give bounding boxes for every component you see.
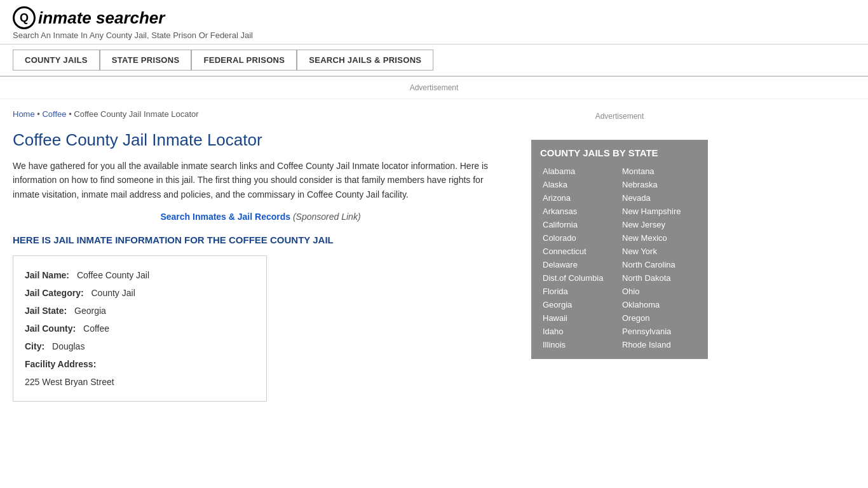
state-ohio[interactable]: Ohio: [620, 285, 699, 298]
breadcrumb-county[interactable]: Coffee: [42, 109, 66, 119]
info-value-state: Georgia: [74, 302, 106, 320]
state-new-jersey[interactable]: New Jersey: [620, 218, 699, 231]
info-box: Jail Name: Coffee County Jail Jail Categ…: [13, 255, 267, 402]
logo-icon: Q: [13, 6, 36, 29]
sidebar-ad: Advertisement: [531, 105, 708, 127]
state-colorado[interactable]: Colorado: [540, 231, 620, 245]
nav-bar: COUNTY JAILS STATE PRISONS FEDERAL PRISO…: [0, 44, 868, 77]
state-idaho[interactable]: Idaho: [540, 325, 620, 338]
state-new-york[interactable]: New York: [620, 245, 699, 258]
state-col1: Alabama Alaska Arizona Arkansas Californ…: [540, 165, 620, 351]
nav-state-prisons[interactable]: STATE PRISONS: [100, 50, 192, 71]
info-label-state: Jail State:: [25, 302, 67, 320]
info-row-county: Jail County: Coffee: [25, 320, 255, 337]
info-value-county: Coffee: [83, 320, 109, 337]
state-illinois[interactable]: Illinois: [540, 338, 620, 351]
breadcrumb-current: Coffee County Jail Inmate Locator: [74, 109, 198, 119]
description: We have gathered for you all the availab…: [13, 159, 508, 201]
state-florida[interactable]: Florida: [540, 285, 620, 298]
nav-search-jails[interactable]: SEARCH JAILS & PRISONS: [297, 50, 433, 71]
state-montana[interactable]: Montana: [620, 165, 699, 178]
state-delaware[interactable]: Delaware: [540, 258, 620, 271]
search-inmates-link[interactable]: Search Inmates & Jail Records: [160, 212, 290, 222]
state-new-mexico[interactable]: New Mexico: [620, 231, 699, 245]
content-area: Home • Coffee • Coffee County Jail Inmat…: [0, 99, 521, 414]
info-row-category: Jail Category: County Jail: [25, 284, 255, 302]
state-alaska[interactable]: Alaska: [540, 178, 620, 191]
search-link-area: Search Inmates & Jail Records (Sponsored…: [13, 212, 508, 222]
sponsored-label: (Sponsored Link): [293, 212, 361, 222]
info-value-name: Coffee County Jail: [77, 266, 149, 284]
state-alabama[interactable]: Alabama: [540, 165, 620, 178]
state-georgia[interactable]: Georgia: [540, 298, 620, 311]
state-grid: Alabama Alaska Arizona Arkansas Californ…: [540, 165, 699, 351]
state-new-hampshire[interactable]: New Hampshire: [620, 205, 699, 218]
state-col2: Montana Nebraska Nevada New Hampshire Ne…: [620, 165, 699, 351]
state-oregon[interactable]: Oregon: [620, 311, 699, 325]
logo-text-content: inmate searcher: [38, 8, 165, 27]
state-arizona[interactable]: Arizona: [540, 191, 620, 205]
logo-area: Q inmate searcher: [13, 6, 855, 29]
state-arkansas[interactable]: Arkansas: [540, 205, 620, 218]
info-value-address: 225 West Bryan Street: [25, 373, 114, 391]
state-nebraska[interactable]: Nebraska: [620, 178, 699, 191]
state-north-dakota[interactable]: North Dakota: [620, 271, 699, 285]
state-connecticut[interactable]: Connecticut: [540, 245, 620, 258]
info-label-address: Facility Address:: [25, 355, 96, 373]
state-oklahoma[interactable]: Oklahoma: [620, 298, 699, 311]
breadcrumb: Home • Coffee • Coffee County Jail Inmat…: [13, 109, 508, 119]
page-title: Coffee County Jail Inmate Locator: [13, 130, 508, 150]
main-layout: Home • Coffee • Coffee County Jail Inmat…: [0, 99, 868, 414]
state-north-carolina[interactable]: North Carolina: [620, 258, 699, 271]
info-value-city: Douglas: [52, 337, 85, 355]
info-label-category: Jail Category:: [25, 284, 84, 302]
info-value-category: County Jail: [91, 284, 135, 302]
state-dc[interactable]: Dist.of Columbia: [540, 271, 620, 285]
state-box: COUNTY JAILS BY STATE Alabama Alaska Ari…: [531, 140, 708, 359]
ad-bar: Advertisement: [0, 77, 868, 99]
info-label-city: City:: [25, 337, 44, 355]
info-label-county: Jail County:: [25, 320, 76, 337]
state-hawaii[interactable]: Hawaii: [540, 311, 620, 325]
info-label-name: Jail Name:: [25, 266, 69, 284]
tagline: Search An Inmate In Any County Jail, Sta…: [13, 30, 855, 40]
state-california[interactable]: California: [540, 218, 620, 231]
header: Q inmate searcher Search An Inmate In An…: [0, 0, 868, 44]
info-row-address-label: Facility Address:: [25, 355, 255, 373]
section-heading: HERE IS JAIL INMATE INFORMATION FOR THE …: [13, 234, 508, 245]
info-row-state: Jail State: Georgia: [25, 302, 255, 320]
info-row-address-value: 225 West Bryan Street: [25, 373, 255, 391]
logo-text: inmate searcher: [38, 8, 165, 28]
nav-county-jails[interactable]: COUNTY JAILS: [13, 50, 100, 71]
nav-federal-prisons[interactable]: FEDERAL PRISONS: [191, 50, 297, 71]
breadcrumb-home[interactable]: Home: [13, 109, 35, 119]
state-pennsylvania[interactable]: Pennsylvania: [620, 325, 699, 338]
info-row-name: Jail Name: Coffee County Jail: [25, 266, 255, 284]
state-box-title: COUNTY JAILS BY STATE: [540, 147, 699, 158]
info-row-city: City: Douglas: [25, 337, 255, 355]
state-nevada[interactable]: Nevada: [620, 191, 699, 205]
sidebar: Advertisement COUNTY JAILS BY STATE Alab…: [521, 99, 718, 414]
state-rhode-island[interactable]: Rhode Island: [620, 338, 699, 351]
